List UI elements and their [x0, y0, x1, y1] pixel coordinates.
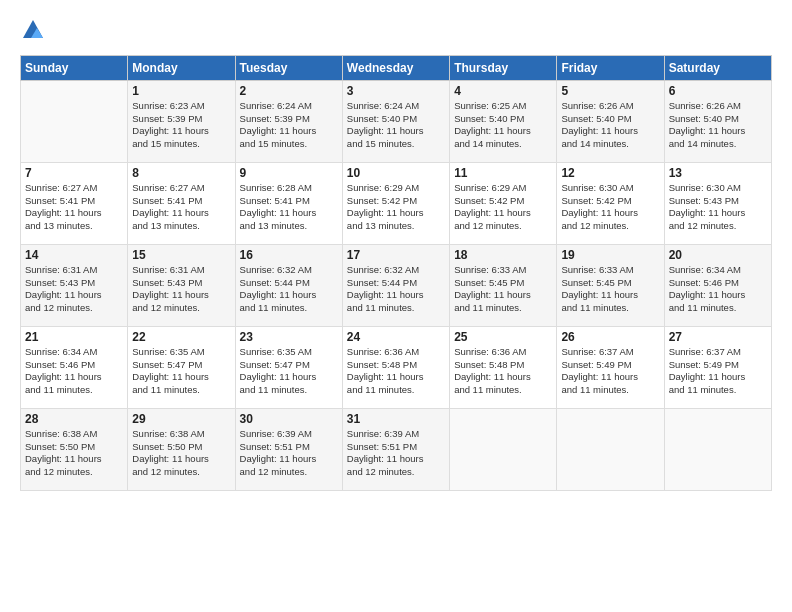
day-info: Sunrise: 6:34 AM Sunset: 5:46 PM Dayligh…: [669, 264, 767, 315]
day-cell: [21, 80, 128, 162]
day-number: 26: [561, 330, 659, 344]
day-cell: 24Sunrise: 6:36 AM Sunset: 5:48 PM Dayli…: [342, 326, 449, 408]
day-number: 31: [347, 412, 445, 426]
day-info: Sunrise: 6:30 AM Sunset: 5:43 PM Dayligh…: [669, 182, 767, 233]
day-info: Sunrise: 6:34 AM Sunset: 5:46 PM Dayligh…: [25, 346, 123, 397]
week-row-3: 14Sunrise: 6:31 AM Sunset: 5:43 PM Dayli…: [21, 244, 772, 326]
week-row-5: 28Sunrise: 6:38 AM Sunset: 5:50 PM Dayli…: [21, 408, 772, 490]
day-cell: 27Sunrise: 6:37 AM Sunset: 5:49 PM Dayli…: [664, 326, 771, 408]
day-info: Sunrise: 6:32 AM Sunset: 5:44 PM Dayligh…: [347, 264, 445, 315]
day-number: 1: [132, 84, 230, 98]
day-number: 15: [132, 248, 230, 262]
day-info: Sunrise: 6:35 AM Sunset: 5:47 PM Dayligh…: [132, 346, 230, 397]
day-number: 11: [454, 166, 552, 180]
day-info: Sunrise: 6:25 AM Sunset: 5:40 PM Dayligh…: [454, 100, 552, 151]
day-info: Sunrise: 6:36 AM Sunset: 5:48 PM Dayligh…: [347, 346, 445, 397]
day-cell: 4Sunrise: 6:25 AM Sunset: 5:40 PM Daylig…: [450, 80, 557, 162]
week-row-2: 7Sunrise: 6:27 AM Sunset: 5:41 PM Daylig…: [21, 162, 772, 244]
day-cell: 7Sunrise: 6:27 AM Sunset: 5:41 PM Daylig…: [21, 162, 128, 244]
calendar-table: SundayMondayTuesdayWednesdayThursdayFrid…: [20, 55, 772, 491]
day-cell: [664, 408, 771, 490]
day-number: 10: [347, 166, 445, 180]
day-cell: 25Sunrise: 6:36 AM Sunset: 5:48 PM Dayli…: [450, 326, 557, 408]
day-number: 17: [347, 248, 445, 262]
day-number: 22: [132, 330, 230, 344]
day-info: Sunrise: 6:35 AM Sunset: 5:47 PM Dayligh…: [240, 346, 338, 397]
day-info: Sunrise: 6:24 AM Sunset: 5:39 PM Dayligh…: [240, 100, 338, 151]
day-info: Sunrise: 6:27 AM Sunset: 5:41 PM Dayligh…: [25, 182, 123, 233]
day-info: Sunrise: 6:37 AM Sunset: 5:49 PM Dayligh…: [561, 346, 659, 397]
day-cell: 22Sunrise: 6:35 AM Sunset: 5:47 PM Dayli…: [128, 326, 235, 408]
header-cell-tuesday: Tuesday: [235, 55, 342, 80]
day-info: Sunrise: 6:29 AM Sunset: 5:42 PM Dayligh…: [347, 182, 445, 233]
day-number: 25: [454, 330, 552, 344]
header-row: SundayMondayTuesdayWednesdayThursdayFrid…: [21, 55, 772, 80]
day-cell: 20Sunrise: 6:34 AM Sunset: 5:46 PM Dayli…: [664, 244, 771, 326]
day-info: Sunrise: 6:36 AM Sunset: 5:48 PM Dayligh…: [454, 346, 552, 397]
day-cell: [557, 408, 664, 490]
day-info: Sunrise: 6:31 AM Sunset: 5:43 PM Dayligh…: [132, 264, 230, 315]
day-cell: 13Sunrise: 6:30 AM Sunset: 5:43 PM Dayli…: [664, 162, 771, 244]
header-cell-thursday: Thursday: [450, 55, 557, 80]
day-cell: 29Sunrise: 6:38 AM Sunset: 5:50 PM Dayli…: [128, 408, 235, 490]
day-number: 13: [669, 166, 767, 180]
day-number: 12: [561, 166, 659, 180]
day-cell: 15Sunrise: 6:31 AM Sunset: 5:43 PM Dayli…: [128, 244, 235, 326]
day-info: Sunrise: 6:37 AM Sunset: 5:49 PM Dayligh…: [669, 346, 767, 397]
week-row-4: 21Sunrise: 6:34 AM Sunset: 5:46 PM Dayli…: [21, 326, 772, 408]
day-number: 14: [25, 248, 123, 262]
header-cell-monday: Monday: [128, 55, 235, 80]
day-number: 28: [25, 412, 123, 426]
day-info: Sunrise: 6:38 AM Sunset: 5:50 PM Dayligh…: [132, 428, 230, 479]
day-number: 6: [669, 84, 767, 98]
logo: [20, 18, 44, 45]
day-cell: 2Sunrise: 6:24 AM Sunset: 5:39 PM Daylig…: [235, 80, 342, 162]
day-info: Sunrise: 6:30 AM Sunset: 5:42 PM Dayligh…: [561, 182, 659, 233]
day-cell: 12Sunrise: 6:30 AM Sunset: 5:42 PM Dayli…: [557, 162, 664, 244]
day-number: 30: [240, 412, 338, 426]
day-number: 18: [454, 248, 552, 262]
header-cell-wednesday: Wednesday: [342, 55, 449, 80]
day-number: 2: [240, 84, 338, 98]
day-number: 27: [669, 330, 767, 344]
logo-text: [20, 18, 44, 45]
day-info: Sunrise: 6:33 AM Sunset: 5:45 PM Dayligh…: [561, 264, 659, 315]
day-number: 7: [25, 166, 123, 180]
day-info: Sunrise: 6:29 AM Sunset: 5:42 PM Dayligh…: [454, 182, 552, 233]
day-number: 23: [240, 330, 338, 344]
day-cell: 14Sunrise: 6:31 AM Sunset: 5:43 PM Dayli…: [21, 244, 128, 326]
day-number: 4: [454, 84, 552, 98]
day-cell: 26Sunrise: 6:37 AM Sunset: 5:49 PM Dayli…: [557, 326, 664, 408]
logo-icon: [22, 18, 44, 40]
day-number: 21: [25, 330, 123, 344]
day-cell: 3Sunrise: 6:24 AM Sunset: 5:40 PM Daylig…: [342, 80, 449, 162]
day-info: Sunrise: 6:24 AM Sunset: 5:40 PM Dayligh…: [347, 100, 445, 151]
day-info: Sunrise: 6:23 AM Sunset: 5:39 PM Dayligh…: [132, 100, 230, 151]
day-info: Sunrise: 6:32 AM Sunset: 5:44 PM Dayligh…: [240, 264, 338, 315]
header-cell-friday: Friday: [557, 55, 664, 80]
day-cell: 17Sunrise: 6:32 AM Sunset: 5:44 PM Dayli…: [342, 244, 449, 326]
week-row-1: 1Sunrise: 6:23 AM Sunset: 5:39 PM Daylig…: [21, 80, 772, 162]
day-cell: 31Sunrise: 6:39 AM Sunset: 5:51 PM Dayli…: [342, 408, 449, 490]
day-cell: 28Sunrise: 6:38 AM Sunset: 5:50 PM Dayli…: [21, 408, 128, 490]
day-number: 9: [240, 166, 338, 180]
day-cell: 8Sunrise: 6:27 AM Sunset: 5:41 PM Daylig…: [128, 162, 235, 244]
day-cell: 16Sunrise: 6:32 AM Sunset: 5:44 PM Dayli…: [235, 244, 342, 326]
day-info: Sunrise: 6:39 AM Sunset: 5:51 PM Dayligh…: [240, 428, 338, 479]
day-cell: 1Sunrise: 6:23 AM Sunset: 5:39 PM Daylig…: [128, 80, 235, 162]
day-cell: 9Sunrise: 6:28 AM Sunset: 5:41 PM Daylig…: [235, 162, 342, 244]
day-cell: 19Sunrise: 6:33 AM Sunset: 5:45 PM Dayli…: [557, 244, 664, 326]
day-number: 20: [669, 248, 767, 262]
day-number: 16: [240, 248, 338, 262]
day-info: Sunrise: 6:38 AM Sunset: 5:50 PM Dayligh…: [25, 428, 123, 479]
day-cell: 6Sunrise: 6:26 AM Sunset: 5:40 PM Daylig…: [664, 80, 771, 162]
day-cell: [450, 408, 557, 490]
day-cell: 21Sunrise: 6:34 AM Sunset: 5:46 PM Dayli…: [21, 326, 128, 408]
day-info: Sunrise: 6:39 AM Sunset: 5:51 PM Dayligh…: [347, 428, 445, 479]
header-cell-sunday: Sunday: [21, 55, 128, 80]
day-cell: 5Sunrise: 6:26 AM Sunset: 5:40 PM Daylig…: [557, 80, 664, 162]
day-number: 8: [132, 166, 230, 180]
day-cell: 10Sunrise: 6:29 AM Sunset: 5:42 PM Dayli…: [342, 162, 449, 244]
day-info: Sunrise: 6:26 AM Sunset: 5:40 PM Dayligh…: [669, 100, 767, 151]
day-info: Sunrise: 6:27 AM Sunset: 5:41 PM Dayligh…: [132, 182, 230, 233]
